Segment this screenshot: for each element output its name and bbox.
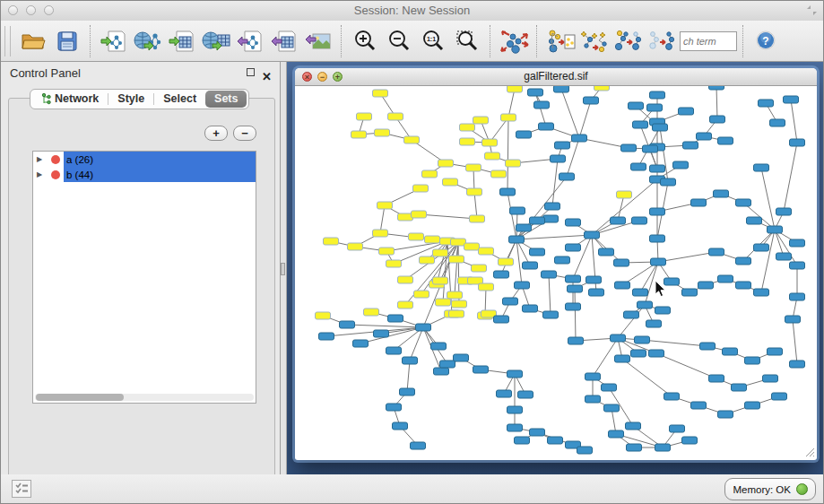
toolbar-separator (90, 25, 91, 57)
apply-layout-button[interactable] (497, 24, 531, 58)
export-image-icon (305, 29, 332, 54)
control-panel: Control Panel ✕ Network Style (1, 62, 281, 474)
panel-splitter[interactable] (281, 62, 287, 474)
network-view-title: galFiltered.sif (295, 70, 817, 83)
main-area: Control Panel ✕ Network Style (1, 62, 823, 474)
tab-label: Network (55, 91, 99, 108)
tab-label: Sets (214, 91, 238, 108)
tab-label: Select (163, 91, 196, 108)
tab-network[interactable]: Network (32, 91, 108, 108)
task-checklist-icon (14, 482, 29, 494)
mouse-cursor (655, 280, 667, 298)
sets-list[interactable]: ▶ a (26) ▶ b (44) (32, 151, 256, 404)
import-network-from-file-icon (100, 29, 127, 54)
select-first-neighbors-button[interactable] (577, 24, 611, 58)
import-network-web-button[interactable] (131, 24, 165, 58)
search-input[interactable] (680, 31, 737, 51)
expand-triangle-icon[interactable]: ▶ (33, 170, 46, 178)
save-session-button[interactable] (50, 24, 84, 58)
select-from-file-button[interactable] (543, 24, 577, 58)
new-network-from-selection-all-edges-button[interactable] (646, 24, 680, 58)
help-icon: ? (756, 30, 776, 50)
help-button[interactable]: ? (755, 30, 776, 52)
import-table-web-button[interactable] (199, 24, 233, 58)
export-image-button[interactable] (301, 24, 335, 58)
select-first-neighbors-icon (579, 28, 610, 55)
zoom-selected-region-button[interactable] (450, 24, 484, 58)
zoom-in-icon (352, 29, 377, 54)
network-tree-icon (41, 93, 51, 105)
import-network-from-web-icon (134, 29, 162, 54)
control-panel-header: Control Panel ✕ (1, 62, 280, 85)
tab-sets[interactable]: Sets (205, 91, 247, 108)
toolbar-grip[interactable] (4, 26, 11, 56)
svg-text:1:1: 1:1 (427, 36, 436, 42)
set-color-icon (51, 155, 60, 164)
task-history-button[interactable] (12, 480, 31, 498)
open-file-button[interactable] (16, 24, 50, 58)
new-network-from-selection-icon (613, 28, 644, 55)
application-window: Session: New Session (0, 0, 824, 504)
toolbar-separator (490, 25, 491, 57)
zoom-out-button[interactable] (382, 24, 416, 58)
tab-label: Style (117, 91, 144, 108)
set-color-icon (51, 170, 60, 179)
new-network-from-selection-button[interactable] (611, 24, 646, 58)
save-session-icon (56, 30, 79, 53)
network-canvas[interactable] (295, 86, 817, 459)
tab-style[interactable]: Style (108, 91, 153, 108)
export-table-button[interactable] (267, 24, 301, 58)
zoom-out-icon (386, 29, 412, 54)
import-table-file-button[interactable] (165, 24, 199, 58)
close-panel-icon[interactable]: ✕ (262, 65, 272, 89)
zoom-in-button[interactable] (348, 24, 382, 58)
horizontal-scrollbar[interactable] (35, 394, 254, 401)
list-item-set-a[interactable]: ▶ a (26) (33, 152, 256, 167)
window-title: Session: New Session (1, 4, 823, 17)
expand-triangle-icon[interactable]: ▶ (33, 155, 46, 163)
import-network-file-button[interactable] (97, 24, 131, 58)
export-network-button[interactable] (233, 24, 267, 58)
network-graph[interactable] (295, 86, 815, 457)
memory-ok-icon (796, 483, 808, 495)
network-window-titlebar[interactable]: × − + galFiltered.sif (295, 68, 817, 86)
memory-status-label: Memory: OK (733, 484, 791, 495)
network-view-window[interactable]: × − + galFiltered.sif (295, 68, 817, 460)
zoom-actual-size-icon: 1:1 (421, 29, 446, 54)
toolbar-separator (536, 25, 538, 57)
import-table-from-web-icon (202, 29, 230, 54)
zoom-selected-region-icon (455, 29, 480, 54)
window-titlebar[interactable]: Session: New Session (1, 1, 823, 22)
control-panel-title: Control Panel (10, 66, 81, 80)
zoom-actual-size-button[interactable]: 1:1 (416, 24, 450, 58)
toolbar-separator (742, 25, 744, 57)
splitter-collapse-handle[interactable] (281, 263, 285, 275)
select-from-file-icon (545, 28, 576, 55)
set-label[interactable]: a (26) (64, 152, 256, 167)
new-network-from-selection-all-edges-icon (647, 28, 678, 55)
memory-status-button[interactable]: Memory: OK (724, 478, 816, 500)
add-set-button[interactable]: + (204, 126, 228, 141)
import-table-from-file-icon (169, 29, 195, 54)
remove-set-button[interactable]: − (233, 126, 256, 141)
toolbar-separator (341, 25, 343, 57)
open-file-icon (20, 30, 47, 53)
status-bar: Memory: OK (1, 474, 823, 504)
float-panel-icon[interactable] (247, 68, 255, 76)
list-item-set-b[interactable]: ▶ b (44) (33, 167, 256, 182)
fullscreen-icon[interactable] (806, 4, 818, 16)
resize-grip-icon[interactable] (804, 447, 815, 457)
sets-panel: + − ▶ a (26) ▶ b (44) (8, 98, 275, 504)
apply-layout-icon (499, 28, 529, 55)
set-label[interactable]: b (44) (64, 167, 256, 182)
svg-text:?: ? (762, 34, 768, 47)
export-table-icon (271, 29, 298, 54)
export-network-icon (237, 29, 264, 54)
control-panel-tabs: Network Style Select Sets (30, 89, 249, 109)
main-toolbar: 1:1 (1, 21, 823, 62)
scrollbar-thumb[interactable] (36, 394, 124, 401)
network-desktop: × − + galFiltered.sif (287, 62, 823, 474)
tab-select[interactable]: Select (154, 91, 205, 108)
